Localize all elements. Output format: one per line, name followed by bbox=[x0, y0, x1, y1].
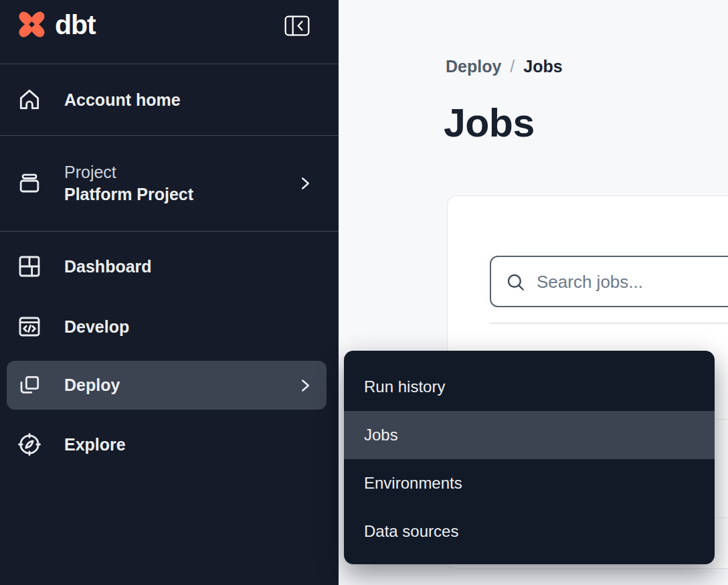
project-labels: Project Platform Project bbox=[64, 161, 193, 205]
home-icon bbox=[16, 86, 43, 113]
submenu-item-environments[interactable]: Environments bbox=[344, 459, 715, 507]
deploy-icon bbox=[16, 372, 43, 399]
submenu-item-label: Run history bbox=[364, 378, 445, 396]
app-window: dbt Account home bbox=[0, 0, 728, 585]
submenu-item-jobs[interactable]: Jobs bbox=[344, 411, 715, 459]
brand-name: dbt bbox=[55, 9, 96, 41]
submenu-item-run-history[interactable]: Run history bbox=[344, 363, 715, 411]
sidebar: dbt Account home bbox=[0, 0, 339, 585]
submenu-item-data-sources[interactable]: Data sources bbox=[344, 507, 715, 556]
breadcrumb-current: Jobs bbox=[523, 57, 562, 76]
search-icon bbox=[505, 271, 527, 294]
deploy-submenu: Run history Jobs Environments Data sourc… bbox=[344, 351, 715, 564]
sidebar-item-label: Deploy bbox=[64, 375, 120, 395]
sidebar-item-label: Explore bbox=[64, 435, 126, 454]
chevron-right-icon bbox=[300, 377, 311, 394]
search-input-wrapper[interactable] bbox=[490, 256, 728, 307]
develop-icon bbox=[16, 313, 43, 340]
dashboard-icon bbox=[16, 253, 43, 280]
divider bbox=[490, 323, 728, 324]
dbt-logo-icon bbox=[16, 9, 48, 43]
sidebar-item-dashboard[interactable]: Dashboard bbox=[0, 232, 339, 301]
chevron-right-icon bbox=[300, 175, 311, 192]
sidebar-item-account-home[interactable]: Account home bbox=[0, 64, 339, 136]
submenu-item-label: Environments bbox=[364, 474, 462, 493]
sidebar-item-label: Account home bbox=[64, 90, 181, 110]
project-section-label: Project bbox=[64, 161, 193, 183]
project-icon bbox=[16, 170, 43, 197]
sidebar-collapse-icon bbox=[284, 28, 310, 38]
search-input[interactable] bbox=[535, 261, 728, 303]
sidebar-item-label: Dashboard bbox=[64, 257, 152, 276]
sidebar-item-deploy[interactable]: Deploy bbox=[7, 361, 327, 410]
sidebar-item-develop[interactable]: Develop bbox=[0, 301, 339, 352]
submenu-item-label: Jobs bbox=[364, 426, 398, 444]
explore-icon bbox=[16, 431, 43, 458]
sidebar-item-project[interactable]: Project Platform Project bbox=[0, 136, 339, 232]
sidebar-item-explore[interactable]: Explore bbox=[0, 419, 339, 470]
sidebar-item-label: Develop bbox=[64, 317, 129, 337]
breadcrumb-separator: / bbox=[510, 57, 515, 76]
breadcrumb-parent[interactable]: Deploy bbox=[446, 57, 501, 76]
page-title: Jobs bbox=[444, 100, 535, 146]
collapse-sidebar-button[interactable] bbox=[284, 15, 310, 37]
project-name: Platform Project bbox=[64, 183, 193, 205]
submenu-item-label: Data sources bbox=[364, 522, 458, 541]
breadcrumb: Deploy / Jobs bbox=[446, 57, 563, 76]
sidebar-header: dbt bbox=[0, 0, 339, 64]
